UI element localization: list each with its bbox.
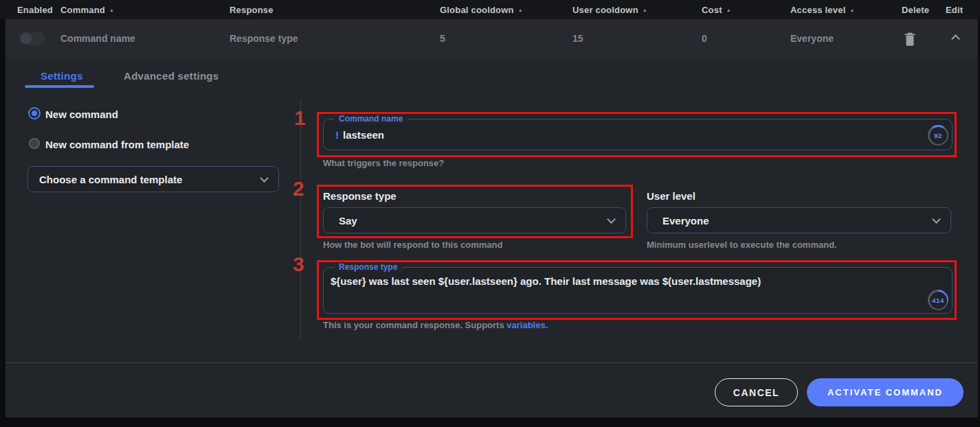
column-user-cooldown[interactable]: User cooldown▲ [572, 5, 647, 15]
template-select-value: Choose a command template [39, 174, 182, 185]
vertical-divider [300, 100, 301, 340]
chevron-down-icon [260, 174, 269, 183]
response-type-value: Say [335, 215, 357, 227]
user-level-label: User level [647, 190, 695, 202]
response-char-counter: 414 [928, 290, 948, 310]
column-edit: Edit [946, 5, 963, 15]
table-header: Enabled Command▲ Response Global cooldow… [0, 0, 980, 19]
toggle-knob [21, 33, 32, 44]
command-prefix: ! [335, 129, 339, 141]
annotation-number-1: 1 [294, 106, 306, 130]
radio-selected-dot [32, 111, 37, 116]
row-command-name: Command name [60, 33, 135, 44]
command-name-text: lastseen [343, 129, 384, 141]
sort-asc-icon: ▲ [849, 8, 854, 12]
user-level-helper: Minimum userlevel to execute the command… [647, 240, 837, 250]
response-type-label: Response type [323, 190, 397, 202]
column-enabled[interactable]: Enabled [17, 5, 53, 15]
command-name-helper: What triggers the response? [323, 158, 444, 168]
command-template-select[interactable]: Choose a command template [27, 166, 279, 192]
active-tab-underline [25, 85, 94, 88]
radio-new-command-from-template[interactable] [29, 138, 40, 149]
command-editor-screen: Enabled Command▲ Response Global cooldow… [0, 0, 980, 427]
delete-trash-icon[interactable] [904, 31, 916, 46]
column-access-level[interactable]: Access level▲ [790, 5, 855, 15]
response-helper-text: This is your command response. Supports [323, 320, 506, 330]
sort-asc-icon: ▲ [109, 8, 114, 12]
response-type-select[interactable]: Say [323, 207, 626, 233]
command-name-char-counter: 92 [928, 125, 948, 146]
annotation-number-3: 3 [293, 253, 304, 276]
annotation-number-2: 2 [293, 177, 304, 200]
tab-advanced-settings[interactable]: Advanced settings [124, 70, 219, 82]
column-command[interactable]: Command▲ [60, 5, 114, 15]
command-table-row: Command name Response type 5 15 0 Everyo… [5, 19, 978, 58]
chevron-down-icon [932, 215, 941, 224]
command-name-input[interactable] [323, 119, 953, 150]
command-name-label: Command name [334, 114, 408, 124]
row-global-cooldown: 5 [440, 33, 445, 44]
response-field-label: Response type [334, 262, 402, 272]
sort-asc-icon: ▲ [518, 8, 523, 12]
user-level-value: Everyone [658, 215, 709, 227]
cancel-button[interactable]: CANCEL [715, 378, 798, 406]
row-user-cooldown: 15 [572, 33, 583, 44]
response-type-helper: How the bot will respond to this command [323, 240, 502, 250]
column-delete: Delete [902, 5, 929, 15]
activate-command-button[interactable]: ACTIVATE COMMAND [807, 378, 964, 406]
radio-new-command-label[interactable]: New command [45, 108, 118, 120]
sort-asc-icon: ▲ [643, 8, 647, 12]
collapse-chevron-up-icon[interactable] [951, 34, 960, 43]
column-cost[interactable]: Cost▲ [702, 5, 731, 15]
row-cost: 0 [702, 33, 707, 44]
sort-asc-icon: ▲ [726, 8, 731, 12]
response-textarea[interactable] [323, 267, 953, 314]
footer-divider [5, 362, 978, 363]
radio-new-from-template-label[interactable]: New command from template [45, 139, 189, 150]
command-name-value[interactable]: !lastseen [335, 129, 384, 141]
user-level-select[interactable]: Everyone [647, 207, 951, 233]
response-helper: This is your command response. Supports … [323, 320, 548, 330]
column-global-cooldown[interactable]: Global cooldown▲ [440, 5, 523, 15]
radio-new-command[interactable] [28, 107, 41, 119]
variables-link[interactable]: variables. [506, 320, 548, 330]
row-access-level: Everyone [790, 33, 834, 44]
enabled-toggle[interactable] [19, 32, 45, 45]
column-response[interactable]: Response [230, 5, 274, 15]
row-response-type: Response type [230, 33, 298, 44]
chevron-down-icon [607, 215, 616, 224]
response-value[interactable]: ${user} was last seen ${user.lastseen} a… [331, 275, 761, 287]
tab-settings[interactable]: Settings [41, 70, 83, 82]
